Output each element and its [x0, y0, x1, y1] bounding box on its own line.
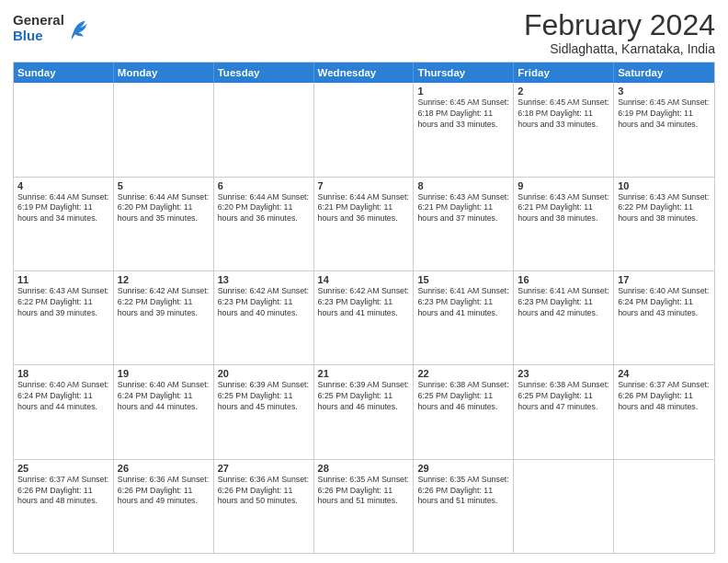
- cal-header-tuesday: Tuesday: [214, 63, 314, 83]
- cell-date: 7: [318, 180, 410, 191]
- cal-cell: 3Sunrise: 6:45 AM Sunset: 6:19 PM Daylig…: [614, 83, 714, 176]
- cal-cell: 18Sunrise: 6:40 AM Sunset: 6:24 PM Dayli…: [14, 365, 114, 458]
- cell-info: Sunrise: 6:38 AM Sunset: 6:25 PM Dayligh…: [518, 380, 609, 413]
- cal-cell: 5Sunrise: 6:44 AM Sunset: 6:20 PM Daylig…: [114, 178, 214, 270]
- cell-info: Sunrise: 6:43 AM Sunset: 6:22 PM Dayligh…: [17, 286, 109, 319]
- cell-info: Sunrise: 6:41 AM Sunset: 6:23 PM Dayligh…: [518, 286, 609, 319]
- cell-info: Sunrise: 6:44 AM Sunset: 6:20 PM Dayligh…: [118, 192, 210, 225]
- cal-cell: 6Sunrise: 6:44 AM Sunset: 6:20 PM Daylig…: [214, 178, 314, 270]
- cell-info: Sunrise: 6:35 AM Sunset: 6:26 PM Dayligh…: [318, 475, 410, 508]
- cal-cell: [614, 460, 714, 553]
- cell-date: 10: [618, 180, 711, 191]
- cal-cell: 13Sunrise: 6:42 AM Sunset: 6:23 PM Dayli…: [214, 271, 314, 364]
- cal-cell: [114, 83, 214, 176]
- cell-info: Sunrise: 6:43 AM Sunset: 6:21 PM Dayligh…: [518, 192, 609, 225]
- cal-cell: 19Sunrise: 6:40 AM Sunset: 6:24 PM Dayli…: [114, 365, 214, 458]
- cal-cell: [314, 83, 415, 176]
- cell-date: 18: [17, 368, 109, 379]
- cal-cell: 20Sunrise: 6:39 AM Sunset: 6:25 PM Dayli…: [214, 365, 314, 458]
- header: General Blue February 2024 Sidlaghatta, …: [13, 9, 715, 56]
- title-block: February 2024 Sidlaghatta, Karnataka, In…: [524, 9, 715, 56]
- cell-date: 13: [218, 274, 310, 285]
- cell-date: 2: [518, 86, 609, 97]
- cell-info: Sunrise: 6:44 AM Sunset: 6:20 PM Dayligh…: [218, 192, 310, 225]
- cal-cell: 14Sunrise: 6:42 AM Sunset: 6:23 PM Dayli…: [314, 271, 415, 364]
- cell-info: Sunrise: 6:42 AM Sunset: 6:23 PM Dayligh…: [318, 286, 410, 319]
- cal-header-thursday: Thursday: [414, 63, 514, 83]
- cell-date: 25: [17, 463, 109, 474]
- calendar: SundayMondayTuesdayWednesdayThursdayFrid…: [13, 62, 715, 554]
- cal-cell: 16Sunrise: 6:41 AM Sunset: 6:23 PM Dayli…: [514, 271, 614, 364]
- cal-cell: 24Sunrise: 6:37 AM Sunset: 6:26 PM Dayli…: [614, 365, 714, 458]
- cell-date: 15: [417, 274, 509, 285]
- cell-date: 3: [618, 86, 711, 97]
- main-title: February 2024: [524, 9, 715, 41]
- cell-date: 12: [118, 274, 210, 285]
- cal-cell: 15Sunrise: 6:41 AM Sunset: 6:23 PM Dayli…: [414, 271, 514, 364]
- cell-date: 16: [518, 274, 609, 285]
- cell-info: Sunrise: 6:40 AM Sunset: 6:24 PM Dayligh…: [618, 286, 711, 319]
- cell-info: Sunrise: 6:35 AM Sunset: 6:26 PM Dayligh…: [417, 475, 509, 508]
- cell-date: 4: [17, 180, 109, 191]
- cal-cell: [14, 83, 114, 176]
- logo-general: General: [13, 13, 64, 29]
- cell-info: Sunrise: 6:44 AM Sunset: 6:19 PM Dayligh…: [17, 192, 109, 225]
- cell-date: 8: [417, 180, 509, 191]
- cell-info: Sunrise: 6:37 AM Sunset: 6:26 PM Dayligh…: [618, 380, 711, 413]
- cal-cell: 12Sunrise: 6:42 AM Sunset: 6:22 PM Dayli…: [114, 271, 214, 364]
- cal-header-wednesday: Wednesday: [314, 63, 415, 83]
- cell-date: 24: [618, 368, 711, 379]
- cal-week-3: 11Sunrise: 6:43 AM Sunset: 6:22 PM Dayli…: [14, 271, 714, 365]
- logo-blue: Blue: [13, 29, 64, 44]
- cell-info: Sunrise: 6:40 AM Sunset: 6:24 PM Dayligh…: [118, 380, 210, 413]
- logo: General Blue: [13, 13, 92, 43]
- cal-cell: 27Sunrise: 6:36 AM Sunset: 6:26 PM Dayli…: [214, 460, 314, 553]
- cell-date: 9: [518, 180, 609, 191]
- cal-cell: 4Sunrise: 6:44 AM Sunset: 6:19 PM Daylig…: [14, 178, 114, 270]
- cell-date: 11: [17, 274, 109, 285]
- cell-date: 5: [118, 180, 210, 191]
- cell-info: Sunrise: 6:45 AM Sunset: 6:18 PM Dayligh…: [417, 98, 509, 131]
- cal-cell: 10Sunrise: 6:43 AM Sunset: 6:22 PM Dayli…: [614, 178, 714, 270]
- cal-week-2: 4Sunrise: 6:44 AM Sunset: 6:19 PM Daylig…: [14, 178, 714, 271]
- cal-cell: 29Sunrise: 6:35 AM Sunset: 6:26 PM Dayli…: [414, 460, 514, 553]
- cell-info: Sunrise: 6:45 AM Sunset: 6:18 PM Dayligh…: [518, 98, 609, 131]
- cal-cell: [514, 460, 614, 553]
- cell-date: 22: [417, 368, 509, 379]
- cell-info: Sunrise: 6:36 AM Sunset: 6:26 PM Dayligh…: [218, 475, 310, 508]
- cal-cell: 26Sunrise: 6:36 AM Sunset: 6:26 PM Dayli…: [114, 460, 214, 553]
- cell-info: Sunrise: 6:40 AM Sunset: 6:24 PM Dayligh…: [17, 380, 109, 413]
- cell-info: Sunrise: 6:43 AM Sunset: 6:21 PM Dayligh…: [417, 192, 509, 225]
- cell-date: 20: [218, 368, 310, 379]
- cell-date: 29: [417, 463, 509, 474]
- cell-info: Sunrise: 6:38 AM Sunset: 6:25 PM Dayligh…: [417, 380, 509, 413]
- cal-cell: 7Sunrise: 6:44 AM Sunset: 6:21 PM Daylig…: [314, 178, 415, 270]
- cal-cell: 11Sunrise: 6:43 AM Sunset: 6:22 PM Dayli…: [14, 271, 114, 364]
- cal-week-4: 18Sunrise: 6:40 AM Sunset: 6:24 PM Dayli…: [14, 365, 714, 459]
- logo-text: General Blue: [13, 13, 64, 43]
- cell-date: 28: [318, 463, 410, 474]
- cal-header-sunday: Sunday: [14, 63, 114, 83]
- cal-cell: 1Sunrise: 6:45 AM Sunset: 6:18 PM Daylig…: [414, 83, 514, 176]
- cal-header-monday: Monday: [114, 63, 214, 83]
- cal-cell: 17Sunrise: 6:40 AM Sunset: 6:24 PM Dayli…: [614, 271, 714, 364]
- cell-info: Sunrise: 6:39 AM Sunset: 6:25 PM Dayligh…: [218, 380, 310, 413]
- cal-header-friday: Friday: [514, 63, 614, 83]
- cal-header-saturday: Saturday: [614, 63, 714, 83]
- cal-cell: 28Sunrise: 6:35 AM Sunset: 6:26 PM Dayli…: [314, 460, 415, 553]
- cell-date: 6: [218, 180, 310, 191]
- logo-bird-icon: [66, 16, 92, 41]
- cell-date: 21: [318, 368, 410, 379]
- cal-cell: 21Sunrise: 6:39 AM Sunset: 6:25 PM Dayli…: [314, 365, 415, 458]
- cell-info: Sunrise: 6:45 AM Sunset: 6:19 PM Dayligh…: [618, 98, 711, 131]
- cell-date: 23: [518, 368, 609, 379]
- cell-info: Sunrise: 6:42 AM Sunset: 6:22 PM Dayligh…: [118, 286, 210, 319]
- cal-cell: 22Sunrise: 6:38 AM Sunset: 6:25 PM Dayli…: [414, 365, 514, 458]
- cell-date: 26: [118, 463, 210, 474]
- cal-week-5: 25Sunrise: 6:37 AM Sunset: 6:26 PM Dayli…: [14, 460, 714, 553]
- cell-info: Sunrise: 6:43 AM Sunset: 6:22 PM Dayligh…: [618, 192, 711, 225]
- cal-cell: 8Sunrise: 6:43 AM Sunset: 6:21 PM Daylig…: [414, 178, 514, 270]
- cell-info: Sunrise: 6:36 AM Sunset: 6:26 PM Dayligh…: [118, 475, 210, 508]
- subtitle: Sidlaghatta, Karnataka, India: [524, 41, 715, 56]
- cell-date: 17: [618, 274, 711, 285]
